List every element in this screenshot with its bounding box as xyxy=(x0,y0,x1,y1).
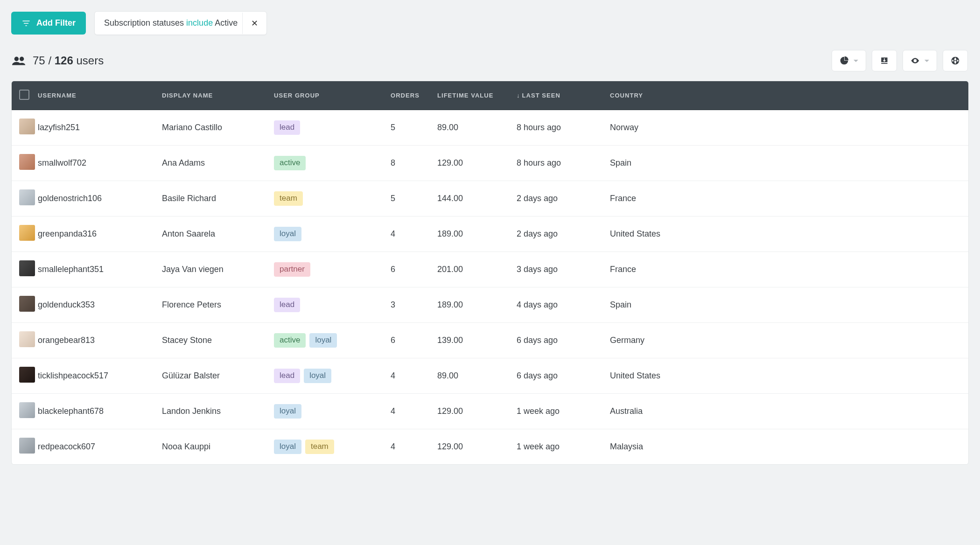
user-group-cell: team xyxy=(266,181,383,217)
filter-chip-text: Subscription statuses include Active xyxy=(95,12,242,35)
display-name-cell: Ana Adams xyxy=(154,146,266,181)
group-tag-lead: lead xyxy=(274,120,300,135)
group-tag-loyal: loyal xyxy=(304,369,331,383)
avatar-cell xyxy=(12,181,38,217)
display-name-cell: Gülüzar Balster xyxy=(154,358,266,394)
table-row[interactable]: ticklishpeacock517Gülüzar Balsterleadloy… xyxy=(12,358,968,394)
lifetime-value-cell: 129.00 xyxy=(430,429,509,465)
globe-button[interactable] xyxy=(943,50,968,71)
lifetime-value-cell: 129.00 xyxy=(430,146,509,181)
username-cell: orangebear813 xyxy=(38,323,154,358)
avatar xyxy=(19,225,35,241)
last-seen-cell: 8 hours ago xyxy=(509,146,602,181)
table-row[interactable]: lazyfish251Mariano Castillolead589.008 h… xyxy=(12,110,968,146)
display-name-cell: Basile Richard xyxy=(154,181,266,217)
export-button[interactable] xyxy=(872,50,897,71)
user-group-cell: activeloyal xyxy=(266,323,383,358)
avatar-cell xyxy=(12,429,38,465)
country-cell: Germany xyxy=(602,323,968,358)
select-all-header[interactable] xyxy=(12,81,38,110)
country-cell: United States xyxy=(602,217,968,252)
chevron-down-icon xyxy=(854,60,858,62)
column-last-seen[interactable]: ↓LAST SEEN xyxy=(509,81,602,110)
country-cell: Norway xyxy=(602,110,968,146)
display-name-cell: Mariano Castillo xyxy=(154,110,266,146)
add-filter-label: Add Filter xyxy=(36,18,76,28)
username-cell: redpeacock607 xyxy=(38,429,154,465)
summary-row: 75 / 126 users xyxy=(11,50,969,71)
table-row[interactable]: greenpanda316Anton Saarelaloyal4189.002 … xyxy=(12,217,968,252)
table-row[interactable]: smallwolf702Ana Adamsactive8129.008 hour… xyxy=(12,146,968,181)
table-row[interactable]: orangebear813Stacey Stoneactiveloyal6139… xyxy=(12,323,968,358)
group-tag-lead: lead xyxy=(274,369,300,383)
display-name-cell: Florence Peters xyxy=(154,287,266,323)
close-icon: ✕ xyxy=(251,19,258,28)
username-cell: goldenostrich106 xyxy=(38,181,154,217)
sort-desc-icon: ↓ xyxy=(517,92,520,99)
export-icon xyxy=(880,56,889,65)
group-tag-loyal: loyal xyxy=(274,404,301,419)
orders-cell: 6 xyxy=(383,252,430,287)
username-cell: greenpanda316 xyxy=(38,217,154,252)
group-tag-loyal: loyal xyxy=(274,227,301,241)
user-count-summary: 75 / 126 users xyxy=(12,54,104,67)
visibility-button[interactable] xyxy=(903,50,937,71)
avatar xyxy=(19,119,35,134)
filter-bar: Add Filter Subscription statuses include… xyxy=(11,11,969,35)
country-cell: United States xyxy=(602,358,968,394)
column-lifetime-value[interactable]: LIFETIME VALUE xyxy=(430,81,509,110)
column-orders[interactable]: ORDERS xyxy=(383,81,430,110)
display-name-cell: Landon Jenkins xyxy=(154,394,266,429)
group-tag-loyal: loyal xyxy=(309,333,337,348)
remove-filter-button[interactable]: ✕ xyxy=(242,13,266,34)
user-group-cell: leadloyal xyxy=(266,358,383,394)
user-group-cell: lead xyxy=(266,110,383,146)
table-row[interactable]: smallelephant351Jaya Van viegenpartner62… xyxy=(12,252,968,287)
last-seen-cell: 1 week ago xyxy=(509,429,602,465)
avatar xyxy=(19,331,35,347)
checkbox-icon[interactable] xyxy=(19,90,29,100)
country-cell: Malaysia xyxy=(602,429,968,465)
country-cell: Spain xyxy=(602,146,968,181)
username-cell: smallwolf702 xyxy=(38,146,154,181)
orders-cell: 3 xyxy=(383,287,430,323)
add-filter-button[interactable]: Add Filter xyxy=(11,12,86,35)
table-row[interactable]: goldenostrich106Basile Richardteam5144.0… xyxy=(12,181,968,217)
avatar xyxy=(19,367,35,383)
group-tag-partner: partner xyxy=(274,262,310,277)
avatar-cell xyxy=(12,358,38,394)
display-name-cell: Anton Saarela xyxy=(154,217,266,252)
lifetime-value-cell: 189.00 xyxy=(430,217,509,252)
avatar-cell xyxy=(12,394,38,429)
display-name-cell: Jaya Van viegen xyxy=(154,252,266,287)
column-user-group[interactable]: USER GROUP xyxy=(266,81,383,110)
last-seen-cell: 6 days ago xyxy=(509,358,602,394)
lifetime-value-cell: 201.00 xyxy=(430,252,509,287)
table-row[interactable]: blackelephant678Landon Jenkinsloyal4129.… xyxy=(12,394,968,429)
table-header-row: USERNAME DISPLAY NAME USER GROUP ORDERS … xyxy=(12,81,968,110)
active-filter-chip[interactable]: Subscription statuses include Active ✕ xyxy=(94,11,267,35)
country-cell: Spain xyxy=(602,287,968,323)
toolbar-actions xyxy=(832,50,968,71)
last-seen-cell: 4 days ago xyxy=(509,287,602,323)
username-cell: goldenduck353 xyxy=(38,287,154,323)
avatar xyxy=(19,154,35,170)
lifetime-value-cell: 189.00 xyxy=(430,287,509,323)
avatar xyxy=(19,402,35,418)
country-cell: Australia xyxy=(602,394,968,429)
country-cell: France xyxy=(602,181,968,217)
column-display-name[interactable]: DISPLAY NAME xyxy=(154,81,266,110)
users-table: USERNAME DISPLAY NAME USER GROUP ORDERS … xyxy=(11,81,969,465)
table-row[interactable]: goldenduck353Florence Peterslead3189.004… xyxy=(12,287,968,323)
chart-view-button[interactable] xyxy=(832,50,866,71)
table-row[interactable]: redpeacock607Nooa Kauppiloyalteam4129.00… xyxy=(12,429,968,465)
user-group-cell: loyal xyxy=(266,217,383,252)
display-name-cell: Stacey Stone xyxy=(154,323,266,358)
column-username[interactable]: USERNAME xyxy=(38,81,154,110)
users-icon xyxy=(12,56,26,66)
last-seen-cell: 6 days ago xyxy=(509,323,602,358)
country-cell: France xyxy=(602,252,968,287)
group-tag-team: team xyxy=(305,440,334,454)
column-country[interactable]: COUNTRY xyxy=(602,81,968,110)
last-seen-cell: 8 hours ago xyxy=(509,110,602,146)
